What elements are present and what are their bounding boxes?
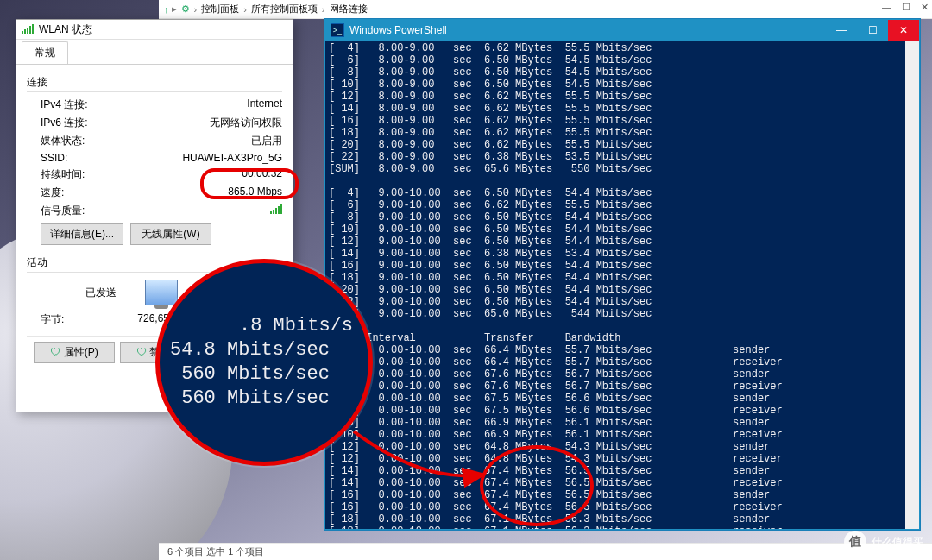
ssid-label: SSID:: [41, 152, 67, 164]
explorer-min-icon[interactable]: —: [882, 2, 891, 13]
ps-console[interactable]: [ 4] 8.00-9.00 sec 6.62 MBytes 55.5 Mbit…: [325, 41, 919, 529]
nav-up-icon[interactable]: ↑: [164, 4, 169, 15]
ipv4-label: IPv4 连接:: [41, 98, 88, 112]
duration-label: 持续时间:: [41, 167, 85, 182]
mag-line3: 560 Mbits/sec: [170, 362, 368, 387]
explorer-close-icon[interactable]: ✕: [921, 2, 929, 13]
crumb-control-panel[interactable]: 控制面板: [201, 3, 239, 16]
wlan-title-text: WLAN 状态: [39, 22, 92, 37]
mag-line4: 560 Mbits/sec: [170, 387, 368, 411]
bytes-label: 字节:: [41, 312, 64, 327]
ps-minimize-button[interactable]: —: [826, 20, 857, 41]
breadcrumb-sep: ▸: [172, 3, 177, 15]
ipv4-value: Internet: [247, 98, 282, 112]
annotation-magnifier: .8 Mbits/s 54.8 Mbits/sec 560 Mbits/sec …: [155, 259, 373, 466]
powershell-window: >_ Windows PowerShell — ☐ ✕ [ 4] 8.00-9.…: [324, 19, 920, 530]
watermark-text: 什么值得买: [872, 535, 923, 550]
tab-general[interactable]: 常规: [22, 41, 68, 64]
control-panel-icon: ⚙: [181, 3, 190, 15]
speed-value: 865.0 Mbps: [228, 186, 282, 200]
wifi-signal-icon: [22, 23, 34, 36]
ssid-value: HUAWEI-AX3Pro_5G: [182, 152, 282, 164]
ps-close-button[interactable]: ✕: [888, 20, 919, 41]
explorer-address-bar[interactable]: ↑ ▸ ⚙ › 控制面板 › 所有控制面板项 › 网络连接 — ☐ ✕: [159, 0, 932, 19]
wireless-properties-button[interactable]: 无线属性(W): [130, 223, 211, 245]
explorer-max-icon[interactable]: ☐: [902, 2, 910, 13]
media-label: 媒体状态:: [41, 134, 85, 148]
ipv6-label: IPv6 连接:: [41, 116, 88, 130]
watermark-logo-icon: 值: [844, 531, 866, 553]
ipv6-value: 无网络访问权限: [210, 116, 282, 130]
signal-label: 信号质量:: [41, 204, 85, 218]
media-value: 已启用: [251, 134, 282, 148]
ps-scrollbar[interactable]: [905, 41, 919, 529]
details-button[interactable]: 详细信息(E)...: [41, 223, 123, 245]
duration-value: 00:00:32: [242, 167, 282, 182]
wlan-titlebar[interactable]: WLAN 状态: [16, 20, 293, 40]
mag-line2: 54.8 Mbits/sec: [170, 338, 368, 362]
mag-line1: .8 Mbits/s: [170, 314, 368, 338]
ps-maximize-button[interactable]: ☐: [857, 20, 888, 41]
activity-icon: [145, 280, 178, 305]
explorer-status-bar: 6 个项目 选中 1 个项目: [159, 543, 932, 560]
group-connection: 连接: [27, 75, 282, 90]
crumb-network-connections[interactable]: 网络连接: [330, 3, 368, 16]
ps-title-text: Windows PowerShell: [350, 24, 447, 36]
sent-label: 已发送 —: [85, 286, 129, 300]
signal-icon: [270, 204, 282, 218]
ps-titlebar[interactable]: >_ Windows PowerShell — ☐ ✕: [325, 20, 919, 41]
speed-label: 速度:: [41, 186, 64, 200]
properties-button[interactable]: 🛡 属性(P): [34, 342, 115, 363]
powershell-icon: >_: [331, 23, 344, 37]
watermark: 值 什么值得买: [844, 531, 923, 553]
crumb-all-items[interactable]: 所有控制面板项: [251, 3, 318, 16]
